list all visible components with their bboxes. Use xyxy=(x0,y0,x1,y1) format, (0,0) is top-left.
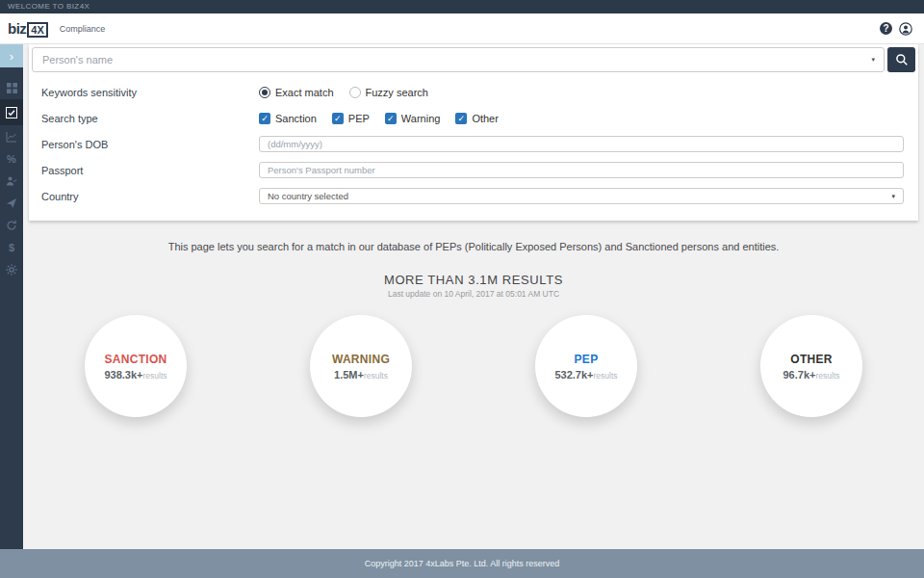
sidebar-item-settings[interactable] xyxy=(0,258,23,280)
passport-row: Passport xyxy=(32,157,915,183)
checkbox-warning-label: Warning xyxy=(401,113,441,124)
checkbox-checked-icon: ✓ xyxy=(259,113,270,124)
biz4x-logo[interactable]: biz4X xyxy=(8,20,48,38)
checkbox-sanction[interactable]: ✓ Sanction xyxy=(259,113,317,124)
dob-label: Person's DOB xyxy=(32,139,259,150)
dob-row: Person's DOB xyxy=(32,131,915,157)
radio-unselected-icon xyxy=(349,87,361,98)
person-name-input[interactable] xyxy=(32,47,885,72)
header-actions: ? xyxy=(880,22,912,36)
welcome-text: WELCOME TO BIZ4X xyxy=(8,2,90,11)
dob-input[interactable] xyxy=(259,136,904,152)
sidebar-item-analytics[interactable] xyxy=(0,125,23,147)
country-selected-value: No country selected xyxy=(268,191,348,201)
welcome-bar: WELCOME TO BIZ4X xyxy=(0,0,924,13)
radio-exact-label: Exact match xyxy=(275,87,334,98)
radio-selected-icon xyxy=(259,87,270,98)
dollar-icon: $ xyxy=(9,242,14,253)
checkbox-sanction-label: Sanction xyxy=(275,113,317,124)
other-circle[interactable]: OTHER 96.7k+results xyxy=(760,315,862,417)
sidebar-item-sync[interactable] xyxy=(0,214,23,236)
checkbox-checked-icon: ✓ xyxy=(385,113,397,124)
chevron-right-icon: › xyxy=(10,49,13,64)
pep-label: PEP xyxy=(575,353,599,366)
country-label: Country xyxy=(32,191,259,202)
sidebar-item-collapse[interactable]: › xyxy=(0,44,23,67)
dashboard-grid-icon xyxy=(7,83,17,93)
logo-text-4x: 4X xyxy=(27,22,47,38)
pep-circle[interactable]: PEP 532.7k+results xyxy=(535,315,637,417)
other-label: OTHER xyxy=(790,353,833,366)
sidebar-item-transactions[interactable]: $ xyxy=(0,236,23,258)
checkbox-pep-label: PEP xyxy=(348,113,370,124)
search-type-row: Search type ✓ Sanction ✓ PEP ✓ Warning xyxy=(32,105,915,131)
line-chart-icon xyxy=(6,131,17,143)
gear-icon xyxy=(6,264,17,276)
check-square-icon xyxy=(6,107,17,118)
country-row: Country No country selected ▾ xyxy=(32,183,915,209)
page-description: This page lets you search for a match in… xyxy=(23,241,924,252)
user-check-icon xyxy=(6,175,17,187)
page-footer: Copyright 2017 4xLabs Pte. Ltd. All righ… xyxy=(0,549,924,578)
passport-label: Passport xyxy=(32,165,259,176)
account-icon[interactable] xyxy=(899,22,912,36)
country-select[interactable]: No country selected ▾ xyxy=(259,188,904,204)
sidebar-item-compliance[interactable] xyxy=(0,99,23,125)
passport-input[interactable] xyxy=(259,162,904,178)
other-count: 96.7k+results xyxy=(783,369,840,381)
send-icon xyxy=(6,197,17,209)
copyright-text: Copyright 2017 4xLabs Pte. Ltd. All righ… xyxy=(365,559,560,568)
app-header: biz4X Compliance ? xyxy=(0,13,924,44)
keywords-sensitivity-row: Keywords sensitivity Exact match Fuzzy s… xyxy=(32,79,915,105)
warning-circle[interactable]: WARNING 1.5M+results xyxy=(310,315,412,417)
warning-label: WARNING xyxy=(332,353,390,366)
checkbox-checked-icon: ✓ xyxy=(332,113,344,124)
sanction-label: SANCTION xyxy=(104,353,167,366)
radio-fuzzy-label: Fuzzy search xyxy=(366,87,428,98)
refresh-icon xyxy=(6,220,17,231)
sanction-count: 938.3k+results xyxy=(104,369,167,381)
help-icon[interactable]: ? xyxy=(880,22,892,35)
chevron-down-icon: ▾ xyxy=(891,193,895,200)
results-categories: SANCTION 938.3k+results WARNING 1.5M+res… xyxy=(23,315,924,417)
keywords-sensitivity-label: Keywords sensitivity xyxy=(32,87,259,98)
warning-count: 1.5M+results xyxy=(334,369,388,381)
results-last-update: Last update on 10 April, 2017 at 05:01 A… xyxy=(23,289,924,299)
sidebar-item-rates[interactable]: % xyxy=(0,147,23,170)
checkbox-pep[interactable]: ✓ PEP xyxy=(332,113,370,124)
search-type-label: Search type xyxy=(32,113,259,124)
sidebar-item-contacts[interactable] xyxy=(0,170,23,192)
search-button[interactable] xyxy=(887,47,915,72)
sidebar-nav: › % xyxy=(0,44,23,549)
checkbox-warning[interactable]: ✓ Warning xyxy=(385,113,441,124)
main-content: ▾ Keywords sensitivity Exact match xyxy=(23,44,924,549)
results-title: MORE THAN 3.1M RESULTS xyxy=(23,273,924,287)
radio-exact-match[interactable]: Exact match xyxy=(259,87,334,98)
sanction-circle[interactable]: SANCTION 938.3k+results xyxy=(85,315,187,417)
logo-text-biz: biz xyxy=(8,20,26,37)
module-title: Compliance xyxy=(60,24,106,34)
checkbox-other[interactable]: ✓ Other xyxy=(455,113,499,124)
search-icon xyxy=(895,53,909,66)
radio-fuzzy-search[interactable]: Fuzzy search xyxy=(349,87,428,98)
sidebar-item-transfers[interactable] xyxy=(0,192,23,214)
checkbox-other-label: Other xyxy=(472,113,499,124)
sidebar-item-dashboard[interactable] xyxy=(0,77,23,99)
checkbox-checked-icon: ✓ xyxy=(455,113,467,124)
percent-icon: % xyxy=(7,153,16,165)
pep-count: 532.7k+results xyxy=(554,369,617,381)
search-form-card: ▾ Keywords sensitivity Exact match xyxy=(29,44,918,221)
